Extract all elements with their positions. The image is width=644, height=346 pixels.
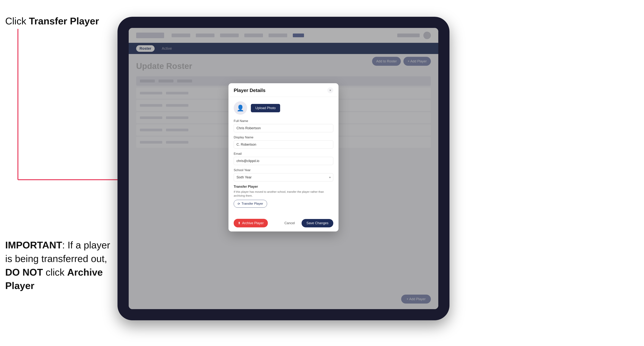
important-label: IMPORTANT [5, 240, 62, 250]
email-label: Email [234, 152, 333, 156]
transfer-player-button[interactable]: ⟳ Transfer Player [234, 200, 267, 208]
transfer-icon: ⟳ [238, 202, 240, 206]
archive-icon: ⬆ [238, 221, 240, 225]
school-year-label: School Year [234, 168, 333, 172]
tablet-screen: Roster Active Update Roster [129, 28, 438, 309]
school-year-group: School Year First Year Second Year Third… [234, 168, 333, 181]
avatar-circle: 👤 [234, 101, 247, 115]
do-not-label: DO NOT [5, 267, 43, 278]
display-name-input[interactable] [234, 140, 333, 149]
modal-body: 👤 Upload Photo Full Name Display Name [228, 97, 338, 216]
save-changes-button[interactable]: Save Changes [302, 219, 333, 227]
cancel-button[interactable]: Cancel [280, 219, 299, 227]
transfer-player-section: Transfer Player If this player has moved… [234, 185, 333, 208]
email-group: Email [234, 152, 333, 165]
full-name-label: Full Name [234, 119, 333, 123]
instruction-top: Click Transfer Player [5, 15, 99, 27]
display-name-group: Display Name [234, 136, 333, 149]
school-year-select-wrapper: First Year Second Year Third Year Fourth… [234, 173, 333, 181]
instruction-text-2: click [43, 267, 67, 278]
modal-header: Player Details × [228, 83, 338, 97]
transfer-btn-label: Transfer Player [242, 202, 263, 206]
archive-btn-label: Archive Player [242, 221, 264, 225]
transfer-section-description: If this player has moved to another scho… [234, 190, 333, 197]
display-name-label: Display Name [234, 136, 333, 139]
instruction-prefix: Click [5, 16, 29, 26]
avatar-icon: 👤 [237, 104, 244, 112]
school-year-select[interactable]: First Year Second Year Third Year Fourth… [234, 173, 333, 181]
archive-player-button[interactable]: ⬆ Archive Player [234, 219, 268, 227]
instruction-bottom: IMPORTANT: If a player is being transfer… [5, 238, 114, 293]
annotation-arrow [9, 29, 128, 200]
modal-title: Player Details [234, 88, 266, 93]
full-name-input[interactable] [234, 124, 333, 132]
modal-close-button[interactable]: × [327, 87, 333, 93]
upload-photo-button[interactable]: Upload Photo [251, 104, 280, 112]
instruction-highlight: Transfer Player [29, 16, 99, 26]
transfer-section-title: Transfer Player [234, 185, 333, 189]
full-name-group: Full Name [234, 119, 333, 132]
email-input[interactable] [234, 157, 333, 165]
player-details-modal: Player Details × 👤 Upload Photo Full Nam [228, 83, 338, 231]
modal-overlay: Player Details × 👤 Upload Photo Full Nam [129, 28, 438, 309]
modal-footer: ⬆ Archive Player Cancel Save Changes [228, 216, 338, 231]
tablet-device: Roster Active Update Roster [118, 17, 450, 320]
photo-row: 👤 Upload Photo [234, 101, 333, 115]
